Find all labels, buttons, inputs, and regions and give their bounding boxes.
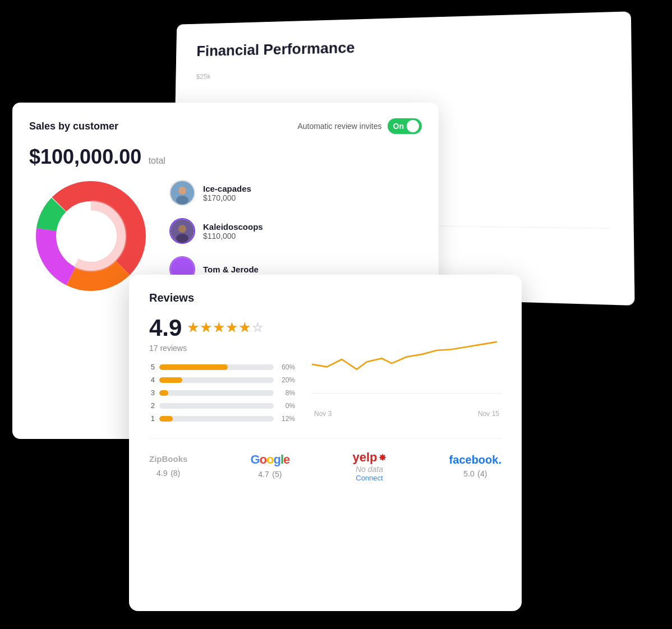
yelp-no-data: No data: [352, 465, 386, 474]
toggle-knob: [407, 120, 419, 132]
date-end: Nov 15: [478, 410, 499, 418]
star-3: ★: [213, 321, 224, 335]
platform-google: Google 4.7 (5): [250, 452, 289, 480]
customer-item-2: Kaleidoscoops $110,000: [169, 218, 422, 244]
star-5: ★: [239, 321, 250, 335]
bar-track-5: [159, 364, 274, 370]
customer-amount-1: $170,000: [203, 193, 251, 202]
rating-bar-2: 2 0%: [149, 401, 295, 410]
toggle-switch[interactable]: On: [388, 118, 422, 134]
facebook-logo: facebook.: [449, 454, 501, 466]
reviews-divider: [149, 438, 501, 439]
reviews-title: Reviews: [149, 292, 501, 304]
zipbooks-score-value: 4.9: [157, 469, 167, 478]
zipbooks-count: (8): [171, 469, 180, 478]
date-start: Nov 3: [314, 410, 332, 418]
sales-header: Sales by customer Automatic review invit…: [29, 118, 422, 134]
chart-dates: Nov 3 Nov 15: [312, 410, 501, 418]
avatar-person-icon: [171, 181, 194, 205]
line-chart-svg: [312, 314, 501, 404]
auto-review-label: Automatic review invites: [297, 122, 381, 131]
platform-yelp: yelp ✸ No data Connect: [352, 450, 386, 482]
yelp-text: yelp: [352, 450, 377, 465]
star-2: ★: [200, 321, 211, 335]
bar-fill-3: [159, 390, 168, 396]
toggle-label: On: [393, 122, 404, 131]
auto-review-section: Automatic review invites On: [297, 118, 422, 134]
reviews-left: 4.9 ★ ★ ★ ★ ★ ☆ 17 reviews 5 6: [149, 314, 295, 427]
customer-item-1: Ice-capades $170,000: [169, 180, 422, 206]
google-score: 4.7 (5): [250, 467, 289, 480]
bar-pct-3: 8%: [278, 389, 295, 397]
facebook-score: 5.0 (4): [449, 466, 501, 479]
financial-title: Financial Performance: [196, 33, 607, 59]
rating-bar-4: 4 20%: [149, 376, 295, 384]
bar-pct-1: 12%: [278, 415, 295, 423]
zipbooks-score: 4.9 (8): [149, 466, 187, 479]
bar-num-4: 4: [149, 376, 155, 384]
rating-bar-5: 5 60%: [149, 363, 295, 371]
bar-num-3: 3: [149, 388, 155, 397]
chart-y-label: $25k: [196, 72, 211, 81]
customer-name-3: Tom & Jerode: [203, 265, 259, 274]
customer-info-3: Tom & Jerode: [203, 265, 259, 274]
bar-track-3: [159, 390, 274, 396]
stars-row: ★ ★ ★ ★ ★ ☆: [187, 321, 263, 335]
platform-zipbooks: ZipBooks 4.9 (8): [149, 454, 187, 479]
bar-fill-4: [159, 377, 182, 383]
google-score-value: 4.7: [258, 470, 269, 479]
sales-amount-row: $100,000.00 total: [29, 145, 422, 169]
platform-facebook: facebook. 5.0 (4): [449, 454, 501, 479]
facebook-score-value: 5.0: [463, 469, 474, 478]
bar-num-5: 5: [149, 363, 155, 371]
sales-total-amount: $100,000.00: [29, 145, 141, 168]
bar-fill-5: [159, 364, 228, 370]
avatar-person-dark-icon: [171, 219, 194, 243]
zipbooks-name: ZipBooks: [149, 454, 187, 464]
bar-num-1: 1: [149, 414, 155, 423]
svg-point-11: [178, 225, 186, 233]
customer-amount-2: $110,000: [203, 232, 263, 240]
customer-avatar-2: [169, 218, 195, 244]
customer-name-2: Kaleidoscoops: [203, 222, 263, 232]
star-4: ★: [226, 321, 237, 335]
facebook-count: (4): [477, 469, 487, 478]
bar-num-2: 2: [149, 401, 155, 410]
bar-pct-4: 20%: [278, 376, 295, 384]
svg-point-9: [176, 196, 188, 205]
facebook-text: facebook.: [449, 454, 501, 466]
bar-track-1: [159, 416, 274, 422]
reviews-right: Nov 3 Nov 15: [312, 314, 501, 427]
svg-point-6: [66, 211, 116, 261]
bar-track-2: [159, 403, 274, 409]
google-logo: Google: [250, 452, 289, 467]
customer-name-1: Ice-capades: [203, 184, 251, 193]
rating-bar-1: 1 12%: [149, 414, 295, 423]
google-count: (5): [272, 470, 282, 479]
platform-ratings: ZipBooks 4.9 (8) Google 4.7 (5) yelp ✸ N…: [149, 450, 501, 482]
yelp-logo: yelp ✸: [352, 450, 386, 465]
rating-bar-3: 3 8%: [149, 388, 295, 397]
yelp-connect-link[interactable]: Connect: [352, 474, 386, 482]
customer-info-2: Kaleidoscoops $110,000: [203, 222, 263, 240]
svg-point-12: [176, 234, 188, 243]
svg-point-8: [178, 187, 186, 195]
sales-total-label: total: [149, 156, 165, 165]
customer-avatar-1: [169, 180, 195, 206]
bar-pct-5: 60%: [278, 363, 295, 371]
bar-track-4: [159, 377, 274, 383]
bar-pct-2: 0%: [278, 402, 295, 410]
bar-fill-1: [159, 416, 173, 422]
reviews-card: Reviews 4.9 ★ ★ ★ ★ ★ ☆ 17 reviews 5: [129, 275, 522, 611]
star-1: ★: [187, 321, 199, 335]
trend-line: [312, 342, 496, 369]
reviews-body: 4.9 ★ ★ ★ ★ ★ ☆ 17 reviews 5 6: [149, 314, 501, 427]
customer-info-1: Ice-capades $170,000: [203, 184, 251, 202]
rating-score-row: 4.9 ★ ★ ★ ★ ★ ☆: [149, 314, 295, 341]
rating-score-value: 4.9: [149, 314, 182, 341]
star-half: ☆: [252, 321, 263, 335]
sales-title: Sales by customer: [29, 121, 118, 132]
review-count: 17 reviews: [149, 344, 295, 353]
yelp-burst-icon: ✸: [379, 452, 386, 463]
rating-bars: 5 60% 4 20% 3: [149, 363, 295, 423]
